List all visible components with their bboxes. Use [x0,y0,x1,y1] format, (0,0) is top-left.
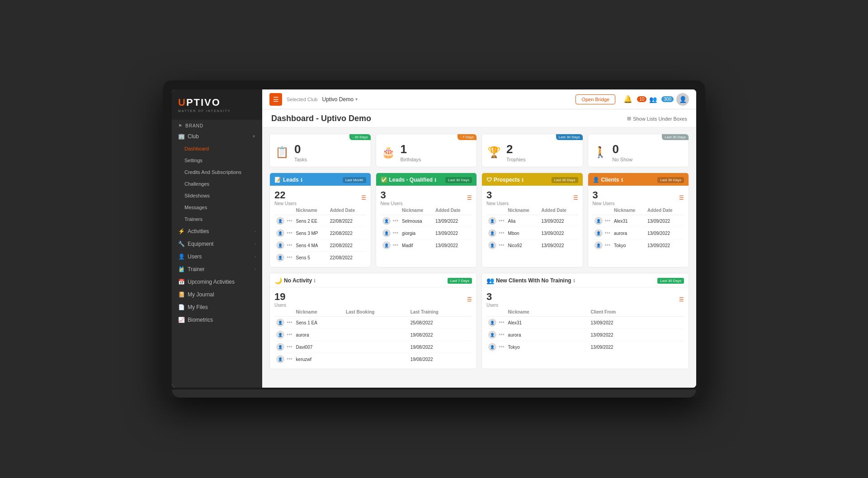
dashboard-content: - 30 Days 📋 0 Tasks - 7 Days 🎂 [262,127,696,388]
row-menu[interactable]: ••• [499,332,505,338]
new-clients-info-icon[interactable]: ℹ [573,278,575,283]
new-clients-list-icon[interactable]: ☰ [679,296,684,303]
row-menu[interactable]: ••• [605,242,611,248]
row-menu[interactable]: ••• [287,230,292,236]
activities-arrow: › [255,229,256,234]
row-menu[interactable]: ••• [605,230,611,236]
clients-info-icon[interactable]: ℹ [621,178,623,183]
no-activity-sublabel: 19 Users ☰ [274,291,472,308]
table-row[interactable]: 👤••• Sens 3 MP 22/08/2022 [274,227,366,239]
leads-table: Nickname Added Date 👤••• Sens 2 EE 22/08… [274,206,366,263]
table-row[interactable]: 👤••• Sens 4 MA 22/08/2022 [274,239,366,252]
last-booking-cell [344,353,409,366]
table-row[interactable]: 👤••• Madif 13/09/2022 [381,239,472,252]
sidebar-item-credits[interactable]: Credits And Subscriptions [172,166,262,178]
sidebar-item-trainer[interactable]: 🎽 Trainer › [172,263,262,276]
trainer-icon: 🎽 [178,266,185,272]
sidebar-item-files[interactable]: 📄 My Files [172,301,262,314]
row-menu[interactable]: ••• [393,242,399,248]
row-menu[interactable]: ••• [287,319,292,326]
no-activity-info-icon[interactable]: ℹ [314,278,316,283]
table-row[interactable]: 👤••• Mbon 13/09/2022 [486,227,578,239]
row-menu[interactable]: ••• [287,218,292,224]
menu-button[interactable]: ☰ [269,93,282,106]
row-menu[interactable]: ••• [499,319,505,326]
pr-col-nickname: Nickname [506,206,540,215]
row-menu[interactable]: ••• [287,242,292,248]
sidebar-item-biometrics[interactable]: 📈 Biometrics [172,314,262,326]
user-avatar: 👤 [276,331,284,339]
user-avatar: 👤 [488,241,496,249]
leads-qualified-list-icon[interactable]: ☰ [467,195,472,201]
row-menu[interactable]: ••• [287,332,292,338]
prospects-info-icon[interactable]: ℹ [522,178,524,183]
table-row[interactable]: 👤••• Nico92 13/09/2022 [486,239,578,252]
table-row[interactable]: 👤••• Tokyo 13/09/2022 [486,341,684,353]
prospects-box: 🛡 Prospects ℹ Last 30 Days 3 New Users [481,173,583,267]
no-activity-list-icon[interactable]: ☰ [467,296,472,303]
club-selector[interactable]: Uptivo Demo ▾ [322,96,358,103]
users-count-badge: 300 [661,96,674,102]
table-row[interactable]: 👤••• Alex31 13/09/2022 [593,215,684,227]
noshow-badge: Last 30 Days [662,134,689,140]
leads-qualified-info-icon[interactable]: ℹ [434,178,436,183]
row-menu[interactable]: ••• [393,218,399,224]
date-cell: 13/09/2022 [646,227,684,239]
prospects-list-icon[interactable]: ☰ [573,195,578,201]
row-menu[interactable]: ••• [499,230,505,236]
row-menu[interactable]: ••• [287,356,292,362]
row-menu[interactable]: ••• [605,218,611,224]
row-menu[interactable]: ••• [287,254,292,261]
avatar[interactable]: 👤 [676,93,689,106]
table-row[interactable]: 👤••• Alia 13/09/2022 [486,215,578,227]
table-row[interactable]: 👤••• aurora 13/09/2022 [486,329,684,341]
sidebar-item-dashboard[interactable]: Dashboard [172,143,262,155]
last-training-cell: 19/08/2022 [409,329,472,341]
notification-icon[interactable]: 🔔 [623,95,632,103]
sidebar-item-upcoming[interactable]: 📅 Upcoming Activities [172,276,262,288]
leads-col-date: Added Date [328,206,366,215]
sidebar-item-slideshows[interactable]: Slideshows [172,190,262,202]
leads-qualified-body: 3 New Users ☰ Nickname [376,186,477,255]
leads-period: Last Month [343,177,366,183]
new-clients-count: 3 [486,291,492,302]
open-bridge-button[interactable]: Open Bridge [576,94,615,104]
sidebar-item-equipment[interactable]: 🔧 Equipment › [172,238,262,250]
row-menu[interactable]: ••• [499,242,505,248]
table-row[interactable]: 👤••• Sens 1 EA 25/08/2022 [274,317,472,329]
table-row[interactable]: 👤••• Tokyo 13/09/2022 [593,239,684,252]
show-lists-toggle[interactable]: ⊞ Show Lists Under Boxes [627,116,687,122]
row-menu[interactable]: ••• [499,218,505,224]
table-row[interactable]: 👤••• Selmousa 13/09/2022 [381,215,472,227]
row-menu[interactable]: ••• [287,344,292,350]
clients-list-icon[interactable]: ☰ [679,195,684,201]
sidebar-item-challenges[interactable]: Challenges [172,178,262,190]
row-menu[interactable]: ••• [393,230,399,236]
sidebar-item-journal[interactable]: 📔 My Journal [172,288,262,301]
sidebar-item-club[interactable]: 🏢 Club ▼ [172,130,262,143]
sidebar-item-trainers[interactable]: Trainers [172,213,262,225]
sidebar-item-activities[interactable]: ⚡ Activities › [172,225,262,238]
trophies-label: Trophies [506,157,525,162]
leads-box: 📝 Leads ℹ Last Month 22 New Users [269,173,371,267]
table-row[interactable]: 👤••• Davi007 19/08/2022 [274,341,472,353]
table-row[interactable]: 👤••• Sens 5 22/08/2022 [274,252,366,264]
sidebar-item-users[interactable]: 👤 Users › [172,250,262,263]
sidebar-item-settings[interactable]: Settings [172,155,262,166]
table-row[interactable]: 👤••• aurora 13/09/2022 [593,227,684,239]
leads-info-icon[interactable]: ℹ [301,178,302,183]
table-row[interactable]: 👤••• aurora 19/08/2022 [274,329,472,341]
chevron-down-icon: ▾ [355,97,358,102]
leads-list-icon[interactable]: ☰ [361,195,366,201]
table-row[interactable]: 👤••• Alex31 13/09/2022 [486,317,684,329]
lq-col-date: Added Date [434,206,472,215]
table-row[interactable]: 👤••• giorgia 13/09/2022 [381,227,472,239]
user-avatar: 👤 [594,241,603,249]
sidebar-item-messages[interactable]: Messages [172,202,262,213]
journal-icon: 📔 [178,291,185,298]
tasks-label: Tasks [294,157,307,162]
table-row[interactable]: 👤••• keruzwf 19/08/2022 [274,353,472,366]
user-avatar: 👤 [276,241,284,249]
table-row[interactable]: 👤••• Sens 2 EE 22/08/2022 [274,215,366,227]
row-menu[interactable]: ••• [499,344,505,350]
